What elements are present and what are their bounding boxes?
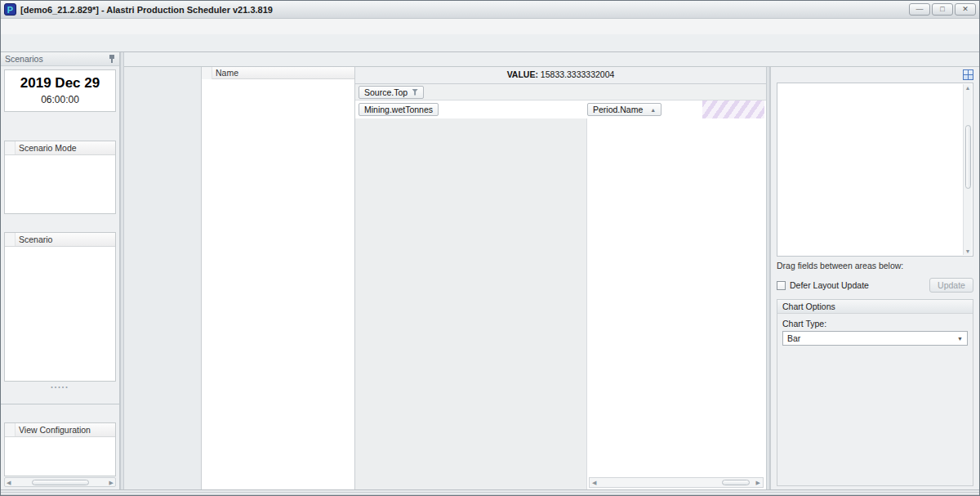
menu-bar (1, 19, 979, 34)
scenario-mode-header-row: Scenario Mode (5, 141, 115, 155)
view-config-toolbar (1, 404, 119, 422)
scenarios-panel: Scenarios 2019 Dec 29 06:00:00 Scenario … (1, 52, 120, 489)
window-title: [demo6_21.2.829*] - Alastri Production S… (20, 5, 273, 15)
fields-tree: ▲ ▼ (777, 83, 973, 257)
report-actions-panel (124, 67, 202, 489)
scrollbar-thumb[interactable] (722, 480, 750, 485)
schedule-time: 06:00:00 (5, 94, 115, 105)
window-resize-border (1, 489, 979, 495)
scrollbar-thumb[interactable] (965, 125, 971, 189)
view-config-table: View Configuration (4, 422, 116, 476)
defer-layout-label: Defer Layout Update (790, 280, 869, 290)
scenario-header: Scenario (16, 233, 56, 246)
pivot-fields-panel: ▲ ▼ Drag fields between areas below: Def… (770, 67, 979, 489)
scrollbar-thumb[interactable] (32, 480, 89, 485)
scenarios-panel-title: Scenarios (5, 54, 43, 64)
scroll-left-icon[interactable]: ◀ (592, 480, 596, 485)
view-config-header: View Configuration (16, 423, 94, 436)
main-content: Scenarios 2019 Dec 29 06:00:00 Scenario … (1, 52, 979, 489)
row-indicator-header (5, 141, 16, 154)
row-indicator-header (5, 423, 16, 436)
pivot-data-area (587, 118, 766, 489)
pivot-filter-area: Source.Top (355, 84, 766, 101)
scenario-mode-table: Scenario Mode (4, 141, 116, 214)
report-tree-header-row: Name (202, 67, 354, 79)
report-tree-panel: Name (202, 67, 355, 489)
chart-type-label: Chart Type: (782, 319, 968, 328)
app-window: P [demo6_21.2.829*] - Alastri Production… (0, 0, 980, 496)
scenario-mode-header: Scenario Mode (16, 141, 80, 154)
minimize-button[interactable]: — (909, 3, 930, 16)
pin-icon[interactable] (109, 55, 115, 63)
pivot-row-header-area (355, 118, 587, 489)
data-field-chip[interactable]: Mining.wetTonnes (359, 103, 439, 116)
playback-controls (4, 116, 116, 137)
scenario-mode-empty-area (5, 155, 115, 213)
scroll-up-icon[interactable]: ▲ (965, 85, 971, 91)
pivot-tab-strip: VALUE: 15833.3333332004 (355, 67, 766, 84)
row-indicator-header (5, 233, 16, 246)
chart-type-select[interactable]: Bar ▼ (782, 331, 968, 346)
column-field-label: Period.Name (593, 105, 643, 114)
fields-tree-scrollbar[interactable]: ▲ ▼ (963, 84, 972, 255)
row-indicator-header (202, 67, 212, 79)
filter-field-chip[interactable]: Source.Top (359, 86, 424, 99)
filter-field-label: Source.Top (364, 87, 408, 97)
update-button[interactable]: Update (929, 278, 973, 293)
pivot-panel: VALUE: 15833.3333332004 Source.Top Minin… (355, 67, 766, 489)
title-bar: P [demo6_21.2.829*] - Alastri Production… (1, 1, 979, 19)
scenario-empty-area (5, 247, 115, 381)
maximize-button[interactable]: □ (932, 3, 953, 16)
chevron-down-icon: ▼ (957, 336, 963, 342)
pivot-header-area: Mining.wetTonnes Period.Name▲ (355, 101, 766, 118)
reporting-tab-strip (124, 52, 979, 67)
defer-layout-checkbox[interactable] (777, 281, 786, 290)
pivot-toolbar (763, 67, 766, 83)
column-field-chip[interactable]: Period.Name▲ (587, 103, 662, 116)
scenario-toolbar (1, 214, 119, 232)
chart-options-section: Chart Options Chart Type: Bar ▼ (777, 299, 973, 486)
defer-layout-row: Defer Layout Update Update (777, 278, 973, 293)
sort-asc-icon: ▲ (650, 107, 656, 113)
view-config-tab-strip (1, 390, 119, 404)
pivot-corner-decoration (702, 101, 764, 118)
schedule-area: Name VALUE: 15833.3333332004 Source.Top (124, 52, 979, 489)
chart-type-value: Bar (787, 333, 800, 343)
app-logo-icon: P (4, 3, 16, 16)
panel-splitter-handle[interactable]: ••••• (1, 383, 119, 390)
chart-options-header: Chart Options (777, 300, 973, 314)
pivot-value: 15833.3333332004 (541, 69, 615, 79)
scenarios-panel-header: Scenarios (1, 52, 119, 66)
scenario-header-row: Scenario (5, 233, 115, 247)
view-config-header-row: View Configuration (5, 423, 115, 437)
scroll-right-icon[interactable]: ▶ (756, 480, 760, 485)
pivot-value-readout: VALUE: 15833.3333332004 (355, 69, 766, 79)
reporting-body: Name VALUE: 15833.3333332004 Source.Top (124, 67, 979, 489)
report-tree-name-header: Name (212, 67, 242, 78)
data-field-label: Mining.wetTonnes (364, 105, 433, 114)
view-config-empty-area (5, 437, 115, 476)
main-tab-strip (1, 34, 979, 52)
drag-hint-text: Drag fields between areas below: (777, 261, 973, 270)
scroll-left-icon[interactable]: ◀ (7, 480, 11, 485)
layout-options-icon[interactable] (963, 69, 973, 80)
pivot-horizontal-scrollbar[interactable]: ◀ ▶ (589, 477, 764, 488)
scenario-table: Scenario (4, 232, 116, 382)
horizontal-scrollbar[interactable]: ◀ ▶ (4, 477, 116, 487)
pivot-value-label: VALUE: (507, 69, 538, 79)
schedule-date: 2019 Dec 29 (5, 75, 115, 92)
scroll-down-icon[interactable]: ▼ (965, 248, 971, 254)
pivot-empty-area (355, 118, 766, 489)
filter-funnel-icon[interactable] (412, 89, 418, 96)
window-controls: —□✕ (909, 3, 976, 16)
schedule-clock: 2019 Dec 29 06:00:00 (4, 69, 116, 112)
scroll-right-icon[interactable]: ▶ (109, 480, 114, 485)
close-button[interactable]: ✕ (955, 3, 976, 16)
